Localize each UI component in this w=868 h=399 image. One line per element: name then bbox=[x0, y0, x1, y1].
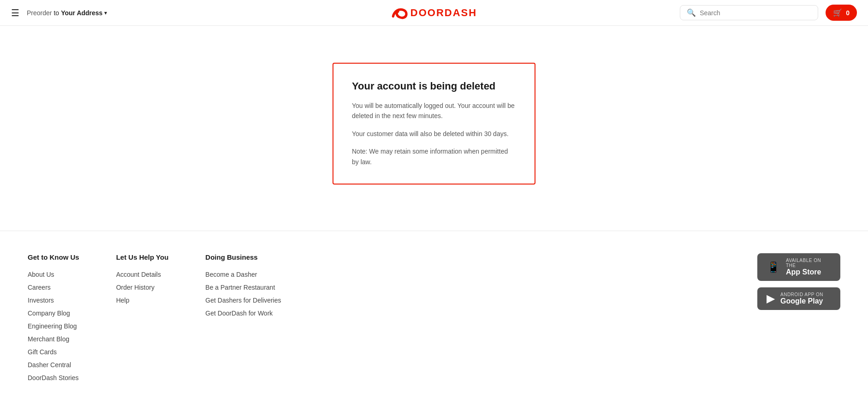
footer-link-dasher-central[interactable]: Dasher Central bbox=[28, 361, 71, 369]
account-deleted-note: Note: We may retain some information whe… bbox=[352, 146, 516, 167]
logo-text: DOORDASH bbox=[410, 7, 477, 19]
footer-link-become-dasher[interactable]: Become a Dasher bbox=[205, 271, 257, 278]
footer-link-partner-restaurant[interactable]: Be a Partner Restaurant bbox=[205, 284, 275, 291]
google-play-text: ANDROID APP ON Google Play bbox=[780, 292, 823, 305]
list-item: DoorDash Stories bbox=[28, 374, 79, 382]
search-input[interactable] bbox=[700, 9, 811, 17]
footer-columns: Get to Know Us About Us Careers Investor… bbox=[28, 253, 281, 387]
google-play-small-text: ANDROID APP ON bbox=[780, 292, 823, 297]
footer-link-gift-cards[interactable]: Gift Cards bbox=[28, 348, 57, 356]
list-item: Dasher Central bbox=[28, 361, 79, 369]
footer-link-dashers-deliveries[interactable]: Get Dashers for Deliveries bbox=[205, 297, 281, 304]
list-item: Get DoorDash for Work bbox=[205, 309, 281, 317]
cart-count: 0 bbox=[846, 9, 850, 17]
account-deleted-box: Your account is being deleted You will b… bbox=[333, 63, 535, 185]
menu-icon[interactable]: ☰ bbox=[11, 7, 19, 18]
footer-col3-list: Become a Dasher Be a Partner Restaurant … bbox=[205, 270, 281, 317]
list-item: Gift Cards bbox=[28, 348, 79, 356]
list-item: Investors bbox=[28, 296, 79, 304]
footer: Get to Know Us About Us Careers Investor… bbox=[0, 231, 868, 399]
footer-col2-heading: Let Us Help You bbox=[116, 253, 169, 261]
account-deleted-body1: You will be automatically logged out. Yo… bbox=[352, 101, 516, 121]
footer-link-help[interactable]: Help bbox=[116, 297, 130, 304]
address-label: Your Address bbox=[61, 9, 102, 17]
list-item: Company Blog bbox=[28, 309, 79, 317]
preorder-to: to bbox=[54, 9, 59, 17]
cart-button[interactable]: 🛒 0 bbox=[826, 5, 857, 21]
footer-link-doordash-work[interactable]: Get DoorDash for Work bbox=[205, 310, 273, 317]
list-item: Order History bbox=[116, 283, 169, 292]
footer-link-company-blog[interactable]: Company Blog bbox=[28, 310, 70, 317]
logo[interactable]: DOORDASH bbox=[391, 6, 477, 19]
footer-link-doordash-stories[interactable]: DoorDash Stories bbox=[28, 374, 79, 381]
footer-link-careers[interactable]: Careers bbox=[28, 284, 51, 291]
list-item: Careers bbox=[28, 283, 79, 292]
cart-icon: 🛒 bbox=[833, 8, 842, 17]
list-item: Be a Partner Restaurant bbox=[205, 283, 281, 292]
preorder-label: Preorder bbox=[27, 9, 52, 17]
app-store-button[interactable]: 📱 Available on the App Store bbox=[757, 253, 840, 281]
app-store-small-text: Available on the bbox=[786, 258, 831, 268]
search-icon: 🔍 bbox=[687, 8, 696, 17]
list-item: Engineering Blog bbox=[28, 322, 79, 330]
account-deleted-title: Your account is being deleted bbox=[352, 80, 516, 92]
footer-apps: 📱 Available on the App Store ▶ ANDROID A… bbox=[757, 253, 840, 387]
footer-col3-heading: Doing Business bbox=[205, 253, 281, 261]
footer-link-order-history[interactable]: Order History bbox=[116, 284, 155, 291]
google-play-icon: ▶ bbox=[767, 292, 775, 305]
list-item: Help bbox=[116, 296, 169, 304]
google-play-button[interactable]: ▶ ANDROID APP ON Google Play bbox=[757, 287, 840, 310]
account-deleted-body2: Your customer data will also be deleted … bbox=[352, 129, 516, 139]
main-content: Your account is being deleted You will b… bbox=[0, 26, 868, 231]
footer-col-know-us: Get to Know Us About Us Careers Investor… bbox=[28, 253, 79, 387]
list-item: About Us bbox=[28, 270, 79, 279]
footer-col-help: Let Us Help You Account Details Order Hi… bbox=[116, 253, 169, 387]
app-store-big-text: App Store bbox=[786, 268, 831, 276]
footer-link-engineering-blog[interactable]: Engineering Blog bbox=[28, 322, 77, 330]
app-store-text: Available on the App Store bbox=[786, 258, 831, 276]
search-bar[interactable]: 🔍 bbox=[680, 5, 818, 20]
footer-inner: Get to Know Us About Us Careers Investor… bbox=[28, 253, 840, 387]
list-item: Get Dashers for Deliveries bbox=[205, 296, 281, 304]
list-item: Merchant Blog bbox=[28, 335, 79, 343]
footer-col2-list: Account Details Order History Help bbox=[116, 270, 169, 304]
list-item: Become a Dasher bbox=[205, 270, 281, 279]
footer-link-investors[interactable]: Investors bbox=[28, 297, 54, 304]
header-left: ☰ Preorder to Your Address ▾ bbox=[11, 7, 107, 18]
footer-link-merchant-blog[interactable]: Merchant Blog bbox=[28, 335, 69, 343]
footer-col-business: Doing Business Become a Dasher Be a Part… bbox=[205, 253, 281, 387]
google-play-big-text: Google Play bbox=[780, 297, 823, 305]
footer-col1-heading: Get to Know Us bbox=[28, 253, 79, 261]
chevron-down-icon: ▾ bbox=[104, 10, 107, 16]
doordash-swoosh-icon bbox=[391, 6, 408, 19]
footer-link-account-details[interactable]: Account Details bbox=[116, 271, 161, 278]
apple-icon: 📱 bbox=[767, 261, 780, 274]
preorder-address[interactable]: Preorder to Your Address ▾ bbox=[27, 9, 107, 17]
footer-link-about[interactable]: About Us bbox=[28, 271, 54, 278]
header: ☰ Preorder to Your Address ▾ DOORDASH 🔍 … bbox=[0, 0, 868, 26]
footer-col1-list: About Us Careers Investors Company Blog … bbox=[28, 270, 79, 382]
header-right: 🔍 🛒 0 bbox=[680, 5, 857, 21]
list-item: Account Details bbox=[116, 270, 169, 279]
